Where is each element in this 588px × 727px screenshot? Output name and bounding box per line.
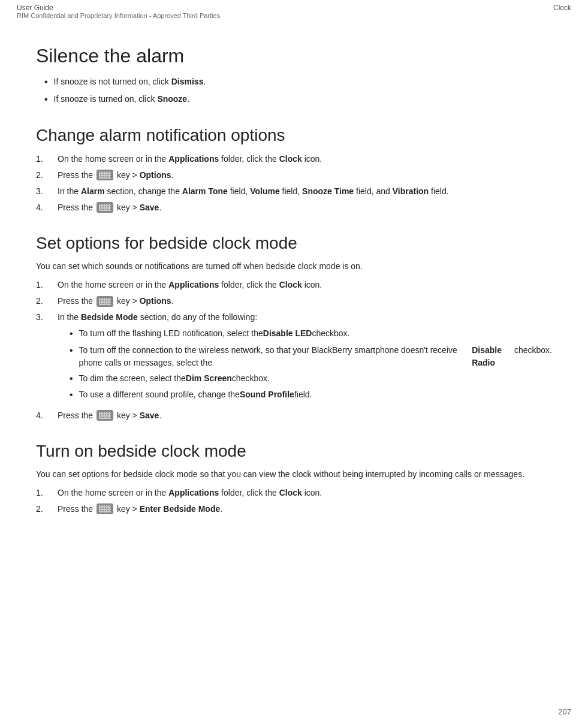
set-bedside-desc: You can set which sounds or notification… [36, 260, 552, 273]
main-content: Silence the alarm If snooze is not turne… [0, 22, 588, 547]
silence-alarm-bullets: If snooze is not turned on, click Dismis… [36, 76, 552, 106]
step-content: On the home screen or in the Application… [58, 153, 552, 165]
step-number: 3. [36, 185, 58, 198]
step-content: Press the key > Options. [58, 169, 552, 182]
list-item: 3. In the Alarm section, change the Alar… [36, 185, 552, 198]
list-item: 2. Press the key > Options. [36, 295, 552, 307]
list-item: 2. Press the key > Enter Bedside Mode. [36, 503, 552, 515]
header: User Guide RIM Confidential and Propriet… [0, 0, 588, 22]
list-item: To turn off the flashing LED notificatio… [58, 327, 552, 340]
turn-on-bedside-desc: You can set options for bedside clock mo… [36, 468, 552, 481]
step-number: 3. [36, 311, 58, 324]
list-item: 1. On the home screen or in the Applicat… [36, 487, 552, 499]
change-alarm-steps: 1. On the home screen or in the Applicat… [36, 153, 552, 214]
header-user-guide: User Guide [17, 4, 220, 12]
list-item: To dim the screen, select the Dim Screen… [58, 372, 552, 385]
step-number: 2. [36, 169, 58, 182]
turn-on-bedside-steps: 1. On the home screen or in the Applicat… [36, 487, 552, 515]
list-item: If snooze is turned on, click Snooze. [36, 93, 552, 106]
silence-alarm-title: Silence the alarm [36, 44, 552, 67]
menu-key-icon [97, 202, 113, 213]
list-item: 1. On the home screen or in the Applicat… [36, 153, 552, 165]
step-number: 4. [36, 409, 58, 422]
step-number: 1. [36, 153, 58, 165]
bedside-sub-bullets: To turn off the flashing LED notificatio… [58, 327, 552, 402]
list-item: 4. Press the key > Save. [36, 201, 552, 214]
change-alarm-title: Change alarm notification options [36, 125, 552, 146]
step-content: Press the key > Save. [58, 409, 552, 422]
step-number: 2. [36, 503, 58, 515]
list-item: To use a different sound profile, change… [58, 388, 552, 402]
header-left: User Guide RIM Confidential and Propriet… [17, 4, 220, 19]
set-bedside-steps: 1. On the home screen or in the Applicat… [36, 279, 552, 421]
step-content: In the Alarm section, change the Alarm T… [58, 185, 552, 198]
list-item: 3. In the Bedside Mode section, do any o… [36, 311, 552, 405]
menu-key-icon [97, 410, 113, 421]
step-content: On the home screen or in the Application… [58, 487, 552, 499]
header-right: Clock [553, 4, 571, 19]
list-item: 1. On the home screen or in the Applicat… [36, 279, 552, 291]
step-content: On the home screen or in the Application… [58, 279, 552, 291]
list-item: To turn off the connection to the wirele… [58, 344, 552, 369]
list-item: 4. Press the key > Save. [36, 409, 552, 422]
step-number: 2. [36, 295, 58, 307]
step-number: 4. [36, 201, 58, 214]
bullet-text: If snooze is turned on, click Snooze. [54, 93, 189, 105]
step-number: 1. [36, 279, 58, 291]
list-item: If snooze is not turned on, click Dismis… [36, 76, 552, 89]
page-number: 207 [558, 707, 571, 716]
step-content: Press the key > Enter Bedside Mode. [58, 503, 552, 515]
menu-key-icon [97, 296, 113, 307]
bullet-text: If snooze is not turned on, click Dismis… [54, 76, 206, 88]
menu-key-icon [97, 170, 113, 180]
set-bedside-title: Set options for bedside clock mode [36, 233, 552, 254]
step-number: 1. [36, 487, 58, 499]
step-content: Press the key > Save. [58, 201, 552, 214]
header-confidential: RIM Confidential and Proprietary Informa… [17, 12, 220, 19]
step-content: In the Bedside Mode section, do any of t… [58, 311, 552, 405]
list-item: 2. Press the key > Options. [36, 169, 552, 182]
step-content: Press the key > Options. [58, 295, 552, 307]
turn-on-bedside-title: Turn on bedside clock mode [36, 441, 552, 461]
menu-key-icon [97, 503, 113, 514]
